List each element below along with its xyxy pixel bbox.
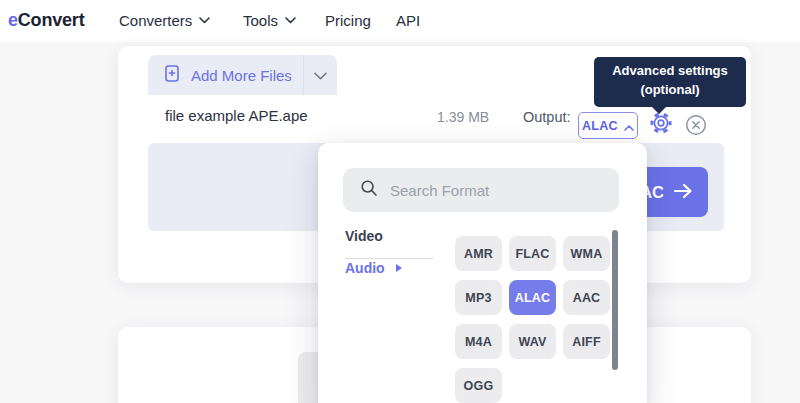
chevron-down-icon xyxy=(285,17,296,24)
arrow-right-icon xyxy=(673,183,693,202)
chevron-down-icon xyxy=(199,17,210,24)
logo-prefix: e xyxy=(8,10,18,30)
file-name: file example APE.ape xyxy=(165,107,308,124)
format-option-wav[interactable]: WAV xyxy=(509,324,556,359)
logo-text: Convert xyxy=(18,10,85,30)
add-more-files-label: Add More Files xyxy=(191,67,292,84)
output-format-value: ALAC xyxy=(582,119,618,133)
format-picker-panel: Video Audio AMR FLAC WMA MP3 ALAC AAC M4… xyxy=(318,143,647,403)
caret-right-icon xyxy=(396,264,402,272)
format-option-flac[interactable]: FLAC xyxy=(509,236,556,271)
nav-item-pricing[interactable]: Pricing xyxy=(325,12,371,29)
nav-item-label: Pricing xyxy=(325,12,371,29)
format-option-aiff[interactable]: AIFF xyxy=(563,324,610,359)
nav-item-api[interactable]: API xyxy=(396,12,420,29)
file-size: 1.39 MB xyxy=(437,109,489,125)
format-option-aac[interactable]: AAC xyxy=(563,280,610,315)
nav-item-label: API xyxy=(396,12,420,29)
format-option-amr[interactable]: AMR xyxy=(455,236,502,271)
add-files-tab: Add More Files xyxy=(148,55,337,95)
output-format-select[interactable]: ALAC xyxy=(578,112,638,139)
format-option-ogg[interactable]: OGG xyxy=(455,368,502,403)
tooltip-line1: Advanced settings xyxy=(602,62,738,81)
nav-item-label: Tools xyxy=(243,12,278,29)
nav-item-converters[interactable]: Converters xyxy=(119,12,210,29)
gear-icon xyxy=(648,124,674,139)
advanced-settings-button[interactable] xyxy=(648,110,674,136)
format-option-wma[interactable]: WMA xyxy=(563,236,610,271)
format-search-input[interactable] xyxy=(390,168,619,212)
logo[interactable]: eConvert xyxy=(8,10,84,31)
chevron-up-icon xyxy=(624,117,634,135)
format-option-alac-selected[interactable]: ALAC xyxy=(509,280,556,315)
tooltip-line2: (optional) xyxy=(602,81,738,100)
format-option-mp3[interactable]: MP3 xyxy=(455,280,502,315)
advanced-settings-tooltip: Advanced settings (optional) xyxy=(594,57,746,107)
category-audio-label: Audio xyxy=(345,260,385,276)
nav-item-label: Converters xyxy=(119,12,192,29)
category-audio[interactable]: Audio xyxy=(345,260,402,276)
chevron-down-icon xyxy=(314,66,327,84)
remove-file-button[interactable] xyxy=(685,114,707,136)
add-more-files-button[interactable]: Add More Files xyxy=(148,64,303,87)
format-search-box xyxy=(343,168,619,212)
file-plus-icon xyxy=(163,64,181,87)
search-icon xyxy=(360,179,378,201)
output-label: Output: xyxy=(523,109,571,125)
add-files-dropdown-button[interactable] xyxy=(304,55,337,95)
format-list-scrollbar[interactable] xyxy=(612,230,618,370)
format-option-m4a[interactable]: M4A xyxy=(455,324,502,359)
close-circle-icon xyxy=(685,124,707,139)
category-video-label: Video xyxy=(345,228,383,244)
nav-item-tools[interactable]: Tools xyxy=(243,12,296,29)
category-video[interactable]: Video xyxy=(345,228,433,259)
top-navbar: eConvert Converters Tools Pricing API xyxy=(0,0,800,42)
